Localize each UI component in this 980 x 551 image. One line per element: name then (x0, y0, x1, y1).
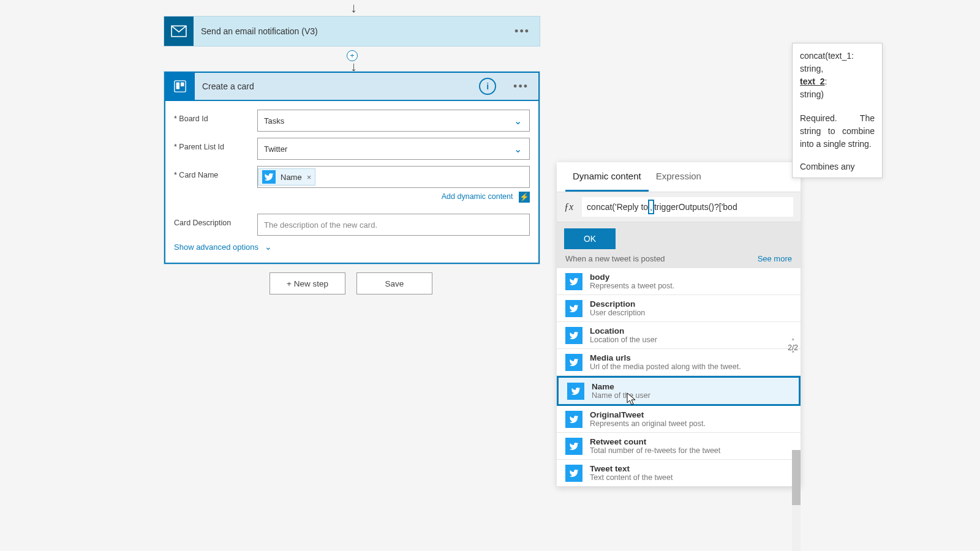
add-dynamic-icon[interactable]: ⚡ (519, 192, 530, 203)
dynamic-item-tweet-text[interactable]: Tweet textText content of the tweet (557, 460, 801, 487)
chevron-down-icon: ⌄ (265, 242, 272, 252)
show-advanced-options[interactable]: Show advanced options ⌄ (174, 242, 530, 252)
dynamic-item-description[interactable]: DescriptionUser description (557, 295, 801, 322)
see-more-link[interactable]: See more (758, 254, 792, 263)
email-action-menu[interactable]: ••• (505, 25, 540, 38)
arrow-down-icon: ↓ (350, 0, 357, 16)
remove-token-icon[interactable]: × (307, 173, 312, 182)
twitter-icon (565, 273, 582, 290)
item-desc: Name of the user (592, 391, 790, 400)
trello-action-header[interactable]: Create a card i ••• (164, 72, 540, 101)
board-id-label: * Board Id (174, 110, 257, 123)
dynamic-item-body[interactable]: bodyRepresents a tweet post. (557, 268, 801, 295)
board-id-select[interactable]: Tasks ⌄ (257, 110, 530, 132)
item-desc: Location of the user (590, 335, 792, 344)
item-title: Name (592, 382, 790, 391)
fx-icon: ƒx (564, 201, 573, 212)
section-header: When a new tweet is posted (565, 254, 665, 263)
twitter-icon (262, 170, 276, 184)
svg-rect-2 (176, 83, 180, 89)
add-dynamic-content-link[interactable]: Add dynamic content ⚡ (257, 192, 530, 203)
email-action-title: Send an email notification (V3) (194, 26, 505, 36)
item-title: Media urls (590, 353, 792, 362)
item-desc: Represents an original tweet post. (590, 419, 792, 428)
card-desc-label: Card Description (174, 214, 257, 227)
parent-list-select[interactable]: Twitter ⌄ (257, 138, 530, 160)
dynamic-content-panel: ˄2/2˅ Dynamic content Expression ƒx conc… (557, 162, 801, 487)
item-title: Tweet text (590, 464, 792, 473)
twitter-icon (565, 438, 582, 455)
dynamic-item-location[interactable]: LocationLocation of the user (557, 322, 801, 349)
item-desc: Represents a tweet post. (590, 282, 792, 290)
twitter-icon (565, 327, 582, 344)
card-name-input[interactable]: Name × (257, 166, 530, 188)
twitter-icon (565, 300, 582, 317)
item-title: Description (590, 299, 792, 309)
ok-button[interactable]: OK (564, 228, 616, 249)
item-title: Location (590, 326, 792, 335)
scrollbar-thumb[interactable] (792, 450, 801, 505)
item-desc: Total number of re-tweets for the tweet (590, 446, 792, 455)
email-action-card[interactable]: Send an email notification (V3) ••• (164, 16, 540, 47)
dynamic-items-list: bodyRepresents a tweet post.DescriptionU… (557, 268, 801, 487)
item-desc: Text content of the tweet (590, 473, 792, 482)
trello-action-menu[interactable]: ••• (503, 80, 538, 93)
twitter-icon (567, 383, 584, 400)
item-title: Retweet count (590, 437, 792, 446)
new-step-button[interactable]: + New step (270, 272, 345, 294)
dynamic-item-name[interactable]: NameName of the user (557, 376, 801, 406)
trello-icon (165, 72, 195, 101)
svg-rect-3 (181, 83, 184, 86)
twitter-icon (565, 354, 582, 371)
item-desc: User description (590, 309, 792, 317)
card-name-label: * Card Name (174, 166, 257, 179)
tab-dynamic-content[interactable]: Dynamic content (565, 162, 649, 192)
scroll-arrows[interactable]: ˄2/2˅ (788, 339, 798, 357)
expression-input[interactable]: concat('Reply to ,triggerOutputs()?['bod (582, 197, 793, 217)
email-icon (164, 17, 194, 46)
chevron-down-icon: ⌄ (514, 143, 522, 155)
twitter-icon (565, 411, 582, 428)
chevron-down-icon: ⌄ (514, 115, 522, 127)
add-step-plus-icon[interactable]: + (347, 50, 358, 61)
name-token[interactable]: Name × (258, 168, 315, 186)
trello-action-card: Create a card i ••• * Board Id Tasks ⌄ *… (164, 71, 540, 264)
dynamic-item-originaltweet[interactable]: OriginalTweetRepresents an original twee… (557, 406, 801, 433)
card-desc-input[interactable]: The description of the new card. (257, 214, 530, 236)
twitter-icon (565, 465, 582, 482)
tab-expression[interactable]: Expression (649, 162, 709, 192)
trello-action-title: Create a card (195, 81, 479, 91)
info-icon[interactable]: i (479, 78, 496, 95)
item-title: body (590, 272, 792, 282)
dynamic-item-retweet-count[interactable]: Retweet countTotal number of re-tweets f… (557, 433, 801, 460)
function-tooltip: concat(text_1: string, text_2: string) R… (792, 43, 883, 178)
dynamic-item-media-urls[interactable]: Media urlsUrl of the media posted along … (557, 349, 801, 376)
save-button[interactable]: Save (356, 272, 432, 294)
parent-list-label: * Parent List Id (174, 138, 257, 151)
item-desc: Url of the media posted along with the t… (590, 362, 792, 371)
item-title: OriginalTweet (590, 410, 792, 419)
